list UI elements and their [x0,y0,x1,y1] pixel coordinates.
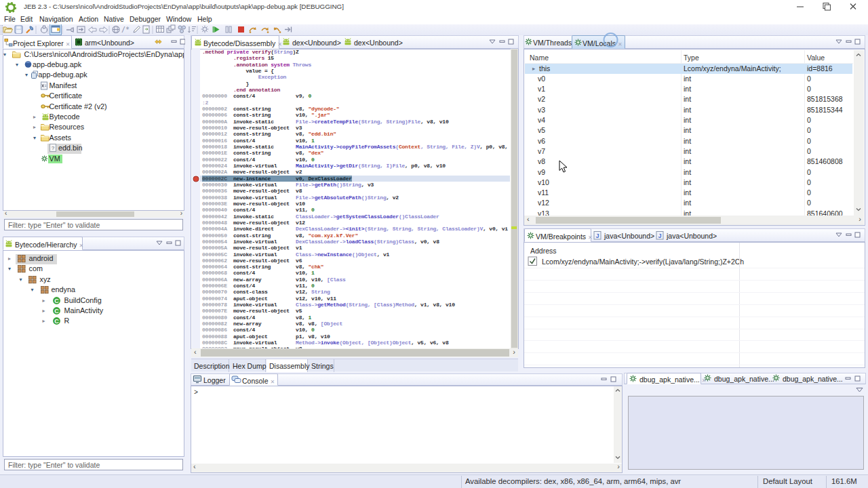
svg-text:C: C [54,318,59,325]
svg-text:?: ? [52,145,54,151]
svg-text:J: J [595,232,599,239]
svg-text:J: J [658,232,661,239]
svg-text:C: C [54,308,59,314]
svg-text:C: C [54,297,59,304]
svg-text:/*: /* [121,26,130,33]
